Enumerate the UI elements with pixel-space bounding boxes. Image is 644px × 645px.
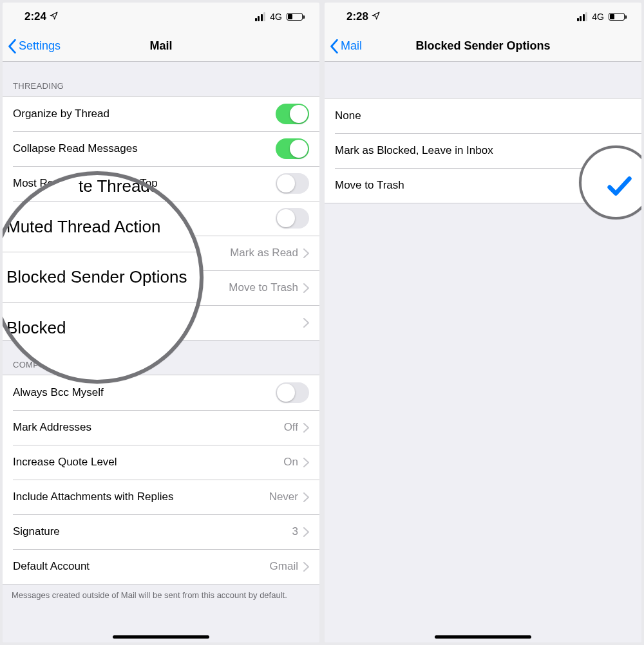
- status-bar: 2:24 4G: [3, 3, 319, 31]
- toggle-switch[interactable]: [276, 382, 309, 403]
- row-value: Move to Trash: [229, 281, 298, 294]
- magnified-blocked-options-row: Blocked Sender Options: [3, 252, 200, 303]
- threading-section-header: THREADING: [3, 62, 319, 96]
- row-label: Increase Quote Level: [13, 456, 283, 469]
- row-label: Include Attachments with Replies: [13, 491, 269, 503]
- nav-bar: Settings Mail: [3, 31, 319, 62]
- chevron-right-icon: [303, 423, 309, 433]
- include-attachments-row[interactable]: Include Attachments with Replies Never: [3, 480, 319, 514]
- mark-addresses-row[interactable]: Mark Addresses Off: [3, 410, 319, 445]
- default-account-footer: Messages created outside of Mail will be…: [3, 584, 319, 606]
- back-label: Settings: [19, 39, 61, 53]
- nav-bar: Mail Blocked Sender Options: [325, 31, 641, 62]
- signal-bars-icon: [255, 12, 266, 21]
- back-button[interactable]: Settings: [8, 39, 61, 53]
- back-button[interactable]: Mail: [330, 39, 362, 53]
- status-time: 2:24: [24, 10, 46, 23]
- row-label: Collapse Read Messages: [13, 142, 276, 155]
- battery-icon: [287, 13, 303, 21]
- battery-icon: [609, 13, 625, 21]
- home-indicator[interactable]: [113, 635, 209, 639]
- back-label: Mail: [341, 39, 362, 53]
- toggle-switch[interactable]: [276, 173, 309, 194]
- organize-by-thread-row[interactable]: Organize by Thread: [3, 97, 319, 131]
- network-label: 4G: [270, 12, 282, 22]
- row-value: Gmail: [270, 560, 298, 573]
- row-label: Mark Addresses: [13, 421, 284, 434]
- row-label: None: [335, 109, 631, 122]
- toggle-switch[interactable]: [276, 138, 309, 159]
- magnified-blocked-row: Blocked: [3, 303, 200, 353]
- network-label: 4G: [592, 12, 604, 22]
- row-label: Organize by Thread: [13, 108, 276, 120]
- increase-quote-row[interactable]: Increase Quote Level On: [3, 445, 319, 480]
- chevron-right-icon: [303, 562, 309, 572]
- row-label: Always Bcc Myself: [13, 386, 276, 399]
- collapse-read-row[interactable]: Collapse Read Messages: [3, 131, 319, 166]
- row-value: On: [283, 456, 298, 469]
- row-label: Move to Trash: [335, 179, 618, 192]
- row-label: Signature: [13, 525, 292, 538]
- row-value: 3: [292, 525, 298, 538]
- row-label: Mark as Blocked, Leave in Inbox: [335, 144, 631, 157]
- signal-bars-icon: [577, 12, 588, 21]
- chevron-right-icon: [303, 492, 309, 502]
- chevron-right-icon: [303, 458, 309, 467]
- chevron-right-icon: [303, 527, 309, 537]
- row-label: Default Account: [13, 560, 270, 573]
- location-arrow-icon: [50, 10, 58, 23]
- chevron-right-icon: [303, 318, 309, 328]
- chevron-right-icon: [303, 248, 309, 258]
- status-bar: 2:28 4G: [325, 3, 641, 31]
- row-value: Mark as Read: [230, 247, 298, 259]
- row-value: Never: [269, 491, 298, 503]
- option-none-row[interactable]: None: [325, 98, 641, 133]
- always-bcc-row[interactable]: Always Bcc Myself: [3, 375, 319, 410]
- toggle-switch[interactable]: [276, 208, 309, 229]
- default-account-row[interactable]: Default Account Gmail: [3, 549, 319, 584]
- location-arrow-icon: [372, 10, 380, 23]
- blocked-sender-options-screen: 2:28 4G Mail Blocked Sender Options None…: [325, 3, 641, 642]
- status-time: 2:28: [346, 10, 368, 23]
- magnified-muted-row: Muted Thread Action: [3, 202, 200, 252]
- home-indicator[interactable]: [435, 635, 531, 639]
- signature-row[interactable]: Signature 3: [3, 514, 319, 549]
- toggle-switch[interactable]: [276, 104, 309, 124]
- row-value: Off: [284, 421, 298, 434]
- magnifier-overlay: [579, 145, 641, 220]
- page-title: Mail: [149, 39, 172, 53]
- chevron-right-icon: [303, 283, 309, 293]
- mail-settings-screen: 2:24 4G Settings Mail THREADING Organize…: [3, 3, 319, 642]
- checkmark-icon: [582, 171, 641, 201]
- page-title: Blocked Sender Options: [415, 39, 550, 53]
